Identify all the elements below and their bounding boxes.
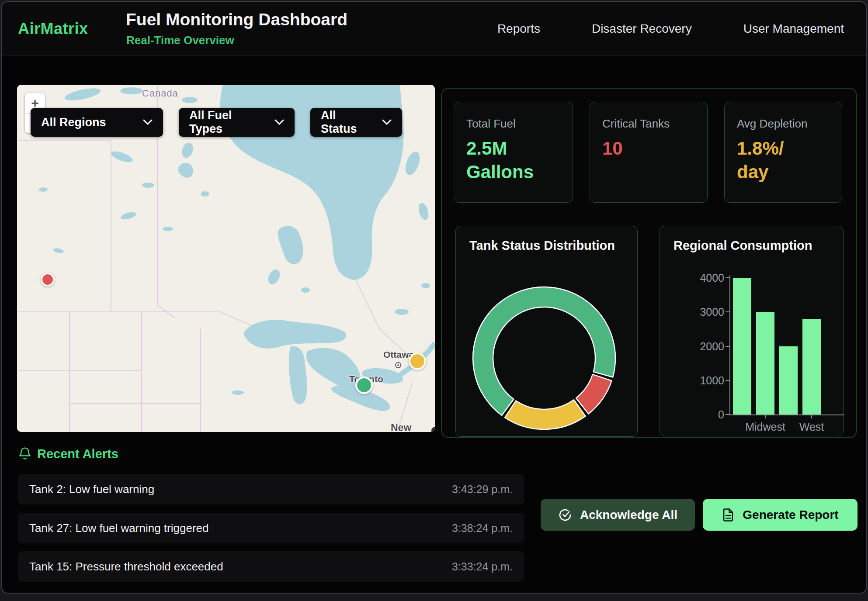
alerts-heading: Recent Alerts: [37, 447, 118, 461]
map-label-new-york: New York: [391, 422, 435, 432]
x-axis-label: West: [799, 421, 824, 433]
region-filter-value: All Regions: [41, 116, 106, 129]
ottawa-town-icon: [395, 362, 401, 368]
nav-reports[interactable]: Reports: [497, 22, 540, 36]
page-subtitle: Real-Time Overview: [126, 34, 234, 47]
alert-timestamp: 3:33:24 p.m.: [452, 560, 513, 573]
y-axis-tick: 3000: [694, 306, 724, 318]
nav-user-management[interactable]: User Management: [743, 22, 844, 36]
y-axis-tick: 1000: [694, 374, 724, 387]
bell-icon: [18, 446, 32, 463]
document-icon: [722, 508, 735, 522]
generate-report-label: Generate Report: [743, 508, 838, 522]
stat-card-avg-depletion: Avg Depletion 1.8%/ day: [724, 102, 842, 203]
acknowledge-all-label: Acknowledge All: [580, 508, 677, 522]
status-filter-value: All Status: [321, 109, 371, 136]
alert-text: Tank 15: Pressure threshold exceeded: [29, 560, 223, 573]
y-axis-tick: 0: [694, 408, 724, 421]
page-title: Fuel Monitoring Dashboard: [126, 10, 347, 29]
alert-row[interactable]: Tank 2: Low fuel warning 3:43:29 p.m.: [18, 474, 524, 504]
bar-chart: 01000200030004000MidwestWest: [660, 226, 844, 437]
header: AirMatrix Fuel Monitoring Dashboard Real…: [2, 2, 866, 55]
donut-chart: [470, 284, 618, 432]
tank-marker[interactable]: [355, 376, 373, 394]
alert-row[interactable]: Tank 15: Pressure threshold exceeded 3:3…: [18, 551, 524, 582]
tank-marker[interactable]: [409, 352, 426, 370]
x-axis-label: Midwest: [745, 421, 785, 433]
fuel-map[interactable]: Canada Ottawa Toronto New York + − All R…: [17, 85, 435, 432]
stat-label: Critical Tanks: [602, 117, 695, 131]
alert-row[interactable]: Tank 27: Low fuel warning triggered 3:38…: [18, 513, 524, 543]
stat-value-total-fuel: 2.5M Gallons: [466, 137, 541, 184]
alert-timestamp: 3:38:24 p.m.: [452, 522, 513, 535]
brand-logo: AirMatrix: [18, 20, 88, 38]
alert-text: Tank 27: Low fuel warning triggered: [29, 522, 208, 535]
bar-region-0: [733, 278, 751, 414]
nav-disaster-recovery[interactable]: Disaster Recovery: [592, 22, 692, 36]
donut-segment-critical-red: [576, 374, 612, 414]
stat-label: Total Fuel: [466, 117, 560, 131]
region-filter-dropdown[interactable]: All Regions: [31, 108, 163, 137]
stat-label: Avg Depletion: [737, 117, 830, 131]
chevron-down-icon: [274, 119, 284, 125]
fuel-type-filter-dropdown[interactable]: All Fuel Types: [179, 108, 295, 137]
alert-text: Tank 2: Low fuel warning: [29, 483, 154, 496]
chart-title: Tank Status Distribution: [469, 238, 615, 253]
acknowledge-all-button[interactable]: Acknowledge All: [541, 499, 695, 531]
bar-region-2: [779, 346, 798, 415]
donut-segment-warning-yellow: [505, 400, 586, 429]
map-label-canada: Canada: [142, 88, 178, 99]
bar-region-3: [802, 319, 821, 414]
map-filters: All Regions All Fuel Types All Status: [31, 108, 402, 137]
check-circle-icon: [558, 508, 572, 522]
alert-timestamp: 3:43:29 p.m.: [452, 483, 513, 496]
status-filter-dropdown[interactable]: All Status: [310, 108, 402, 137]
bar-region-1: [756, 312, 774, 414]
stat-card-total-fuel: Total Fuel 2.5M Gallons: [454, 102, 573, 203]
y-axis-tick: 4000: [694, 272, 724, 284]
app-window: AirMatrix Fuel Monitoring Dashboard Real…: [1, 1, 867, 594]
generate-report-button[interactable]: Generate Report: [703, 499, 858, 531]
stat-card-critical-tanks: Critical Tanks 10: [590, 102, 708, 203]
stat-value-critical-tanks: 10: [602, 137, 677, 160]
stat-value-avg-depletion: 1.8%/ day: [737, 137, 811, 184]
y-axis-tick: 2000: [694, 340, 724, 352]
main-nav: Reports Disaster Recovery User Managemen…: [497, 2, 844, 55]
overview-panel: Total Fuel 2.5M Gallons Critical Tanks 1…: [441, 88, 857, 438]
tank-marker[interactable]: [41, 273, 55, 287]
chevron-down-icon: [143, 119, 153, 125]
chevron-down-icon: [382, 119, 392, 125]
regional-consumption-chart-card: Regional Consumption 01000200030004000Mi…: [660, 226, 844, 436]
tank-status-chart-card: Tank Status Distribution: [455, 226, 638, 437]
fuel-type-filter-value: All Fuel Types: [189, 109, 263, 136]
